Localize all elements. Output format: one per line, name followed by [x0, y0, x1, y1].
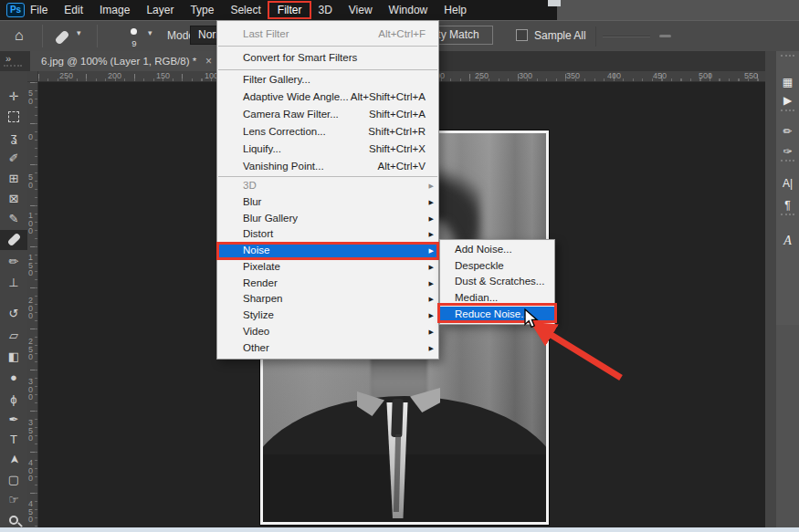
- menu-item-label: Vanishing Point...: [243, 161, 324, 172]
- menu-item-shortcut: Alt+Shift+Ctrl+A: [351, 89, 426, 106]
- menubar-items: FileEditImageLayerTypeSelectFilter3DView…: [22, 0, 475, 20]
- eraser-tool[interactable]: ▱: [0, 326, 27, 346]
- clone-stamp-tool[interactable]: ⊥: [0, 273, 27, 293]
- filter-menu: Last FilterAlt+Ctrl+FConvert for Smart F…: [216, 20, 439, 360]
- menu-item-other[interactable]: Other▶: [217, 340, 438, 357]
- dimmed-slider: [603, 36, 650, 37]
- rectangular-marquee-tool[interactable]: [0, 108, 27, 128]
- brush-picker-chevron-icon[interactable]: ▾: [148, 28, 152, 37]
- vertical-ruler-number: 50: [28, 89, 36, 105]
- menu-item-vanishing-point[interactable]: Vanishing Point...Alt+Ctrl+V: [217, 158, 438, 175]
- photo-tie-knot: [391, 399, 403, 437]
- options-separator: [42, 25, 43, 47]
- menubar-item-layer[interactable]: Layer: [138, 0, 182, 20]
- menu-item-pixelate[interactable]: Pixelate▶: [217, 259, 438, 276]
- crop-tool[interactable]: ⊞: [0, 169, 27, 189]
- eyedropper-tool[interactable]: ✎: [0, 209, 27, 229]
- submenu-arrow-icon: ▶: [429, 324, 434, 340]
- menu-item-3d[interactable]: 3D▶: [217, 178, 438, 194]
- submenu-item-label: Dust & Scratches...: [455, 276, 544, 287]
- submenu-item-median[interactable]: Median...: [440, 290, 554, 307]
- blur-tool[interactable]: ●: [0, 368, 27, 388]
- menu-item-noise[interactable]: Noise▶: [217, 243, 438, 259]
- menubar-item-label: File: [30, 4, 47, 16]
- menu-item-video[interactable]: Video▶: [217, 324, 438, 340]
- actions-panel-button[interactable]: ▶: [776, 91, 799, 110]
- menu-item-blur-gallery[interactable]: Blur Gallery▶: [217, 211, 438, 227]
- taskbar-edge: [0, 527, 799, 532]
- menu-item-last-filter[interactable]: Last FilterAlt+Ctrl+F: [217, 24, 438, 45]
- menubar-item-select[interactable]: Select: [222, 0, 268, 20]
- submenu-item-reduce-noise[interactable]: Reduce Noise...: [440, 307, 554, 323]
- menu-item-label: Blur Gallery: [243, 213, 298, 224]
- path-selection-tool[interactable]: ➤: [0, 450, 27, 470]
- menubar-item-edit[interactable]: Edit: [56, 0, 91, 20]
- clone-source-panel-button[interactable]: ✑: [776, 142, 799, 161]
- menubar-item-window[interactable]: Window: [381, 0, 436, 20]
- menubar-item-type[interactable]: Type: [182, 0, 222, 20]
- vertical-ruler[interactable]: 50050100150200250300350400450: [27, 82, 38, 527]
- document-tab[interactable]: 6.jpg @ 100% (Layer 1, RGB/8) * ×: [30, 51, 222, 71]
- tab-close-icon[interactable]: ×: [205, 51, 212, 71]
- spot-healing-tool-preset-icon[interactable]: [55, 30, 70, 46]
- sample-all-checkbox[interactable]: [516, 29, 528, 41]
- dodge-tool[interactable]: ϕ: [0, 390, 27, 410]
- submenu-item-dust-scratches[interactable]: Dust & Scratches...: [440, 274, 554, 290]
- panel-grip: [781, 214, 794, 215]
- menu-item-distort[interactable]: Distort▶: [217, 226, 438, 243]
- options-separator: [595, 26, 596, 47]
- pen-tool[interactable]: ✒: [0, 410, 27, 430]
- eyedropper-tool-icon: ✎: [9, 212, 19, 225]
- glyphs-panel-button[interactable]: A: [776, 232, 799, 250]
- submenu-item-despeckle[interactable]: Despeckle: [440, 258, 554, 275]
- ruler-corner: [27, 71, 38, 82]
- menubar-item-help[interactable]: Help: [436, 0, 475, 20]
- quick-selection-tool[interactable]: ✐: [0, 149, 27, 169]
- submenu-item-add-noise[interactable]: Add Noise...: [440, 242, 554, 258]
- rectangular-marquee-tool-icon: [8, 111, 19, 122]
- menu-item-liquify[interactable]: Liquify...Shift+Ctrl+X: [217, 141, 438, 158]
- paragraph-panel-button[interactable]: ¶: [776, 196, 799, 214]
- menubar-item-label: Layer: [146, 4, 173, 16]
- type-tool[interactable]: T: [0, 430, 27, 450]
- vertical-ruler-number: 450: [28, 500, 36, 524]
- brush-settings-panel-button[interactable]: ✏: [776, 122, 799, 141]
- hand-tool-icon: ☞: [8, 493, 19, 506]
- hand-tool[interactable]: ☞: [0, 490, 27, 510]
- menu-item-stylize[interactable]: Stylize▶: [217, 308, 438, 324]
- home-icon[interactable]: ⌂: [15, 26, 24, 45]
- submenu-arrow-icon: ▶: [429, 226, 434, 243]
- history-brush-tool[interactable]: ↺: [0, 304, 27, 324]
- menu-item-blur[interactable]: Blur▶: [217, 194, 438, 211]
- menubar-item-filter[interactable]: Filter: [269, 0, 310, 20]
- submenu-arrow-icon: ▶: [429, 276, 434, 292]
- menubar-item-label: Type: [190, 4, 214, 16]
- tool-preset-chevron-icon[interactable]: ▾: [77, 28, 81, 37]
- menu-item-convert-for-smart-filters[interactable]: Convert for Smart Filters: [217, 47, 438, 68]
- menubar-item-3d[interactable]: 3D: [310, 0, 340, 20]
- menu-item-camera-raw-filter[interactable]: Camera Raw Filter...Shift+Ctrl+A: [217, 106, 438, 123]
- character-panel-button[interactable]: A|: [776, 174, 799, 193]
- menu-item-label: Lens Correction...: [243, 126, 326, 137]
- menu-item-sharpen[interactable]: Sharpen▶: [217, 291, 438, 308]
- menubar-item-label: Edit: [64, 4, 83, 16]
- menubar-item-view[interactable]: View: [341, 0, 381, 20]
- menu-item-adaptive-wide-angle[interactable]: Adaptive Wide Angle...Alt+Shift+Ctrl+A: [217, 89, 438, 106]
- brush-tip-preview-icon[interactable]: [131, 28, 137, 35]
- menu-item-render[interactable]: Render▶: [217, 276, 438, 292]
- menu-item-filter-gallery[interactable]: Filter Gallery...: [217, 71, 438, 89]
- lasso-tool[interactable]: ʓ: [0, 128, 27, 148]
- frame-tool[interactable]: ⊠: [0, 189, 27, 209]
- spot-healing-brush-tool[interactable]: [0, 230, 27, 250]
- menu-item-lens-correction[interactable]: Lens Correction...Shift+Ctrl+R: [217, 123, 438, 141]
- horizontal-ruler-number: 250: [475, 71, 489, 80]
- panel-overflow-chevron-icon[interactable]: »: [5, 51, 11, 66]
- history-panel-button[interactable]: ▦: [776, 73, 799, 91]
- menubar-item-image[interactable]: Image: [91, 0, 138, 20]
- menu-separator: [218, 176, 437, 177]
- gradient-tool[interactable]: ◧: [0, 347, 27, 367]
- brush-tool[interactable]: ✏: [0, 252, 27, 272]
- rectangle-tool[interactable]: ▢: [0, 470, 27, 490]
- menubar-item-file[interactable]: File: [22, 0, 56, 20]
- move-tool[interactable]: ✛: [0, 87, 27, 107]
